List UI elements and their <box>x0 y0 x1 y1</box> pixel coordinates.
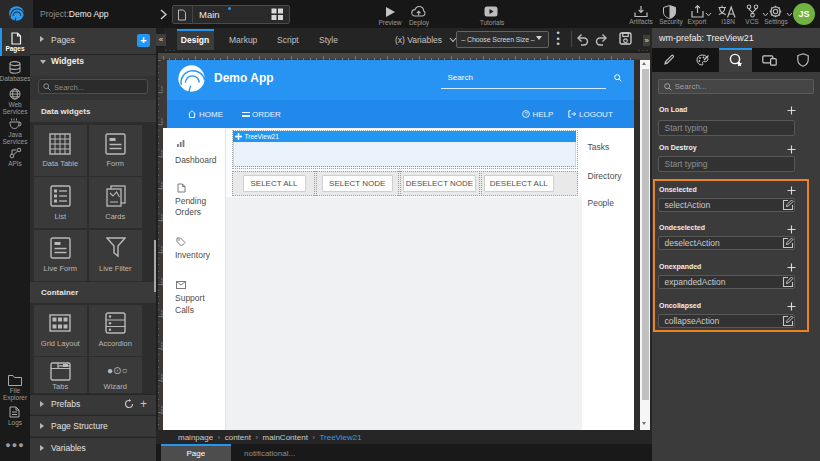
svg-text:?: ? <box>524 111 527 117</box>
